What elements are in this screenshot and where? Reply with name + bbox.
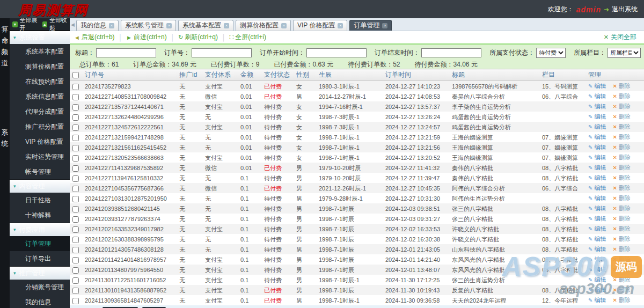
- tab[interactable]: 测算价格配置×: [236, 20, 291, 31]
- edit-link[interactable]: ✎ 编辑: [588, 154, 606, 160]
- delete-link[interactable]: ✕ 删除: [612, 113, 630, 120]
- edit-link[interactable]: ✎ 编辑: [588, 113, 606, 120]
- back-button[interactable]: ◄后退(ctrl+b): [74, 33, 115, 42]
- row-checkbox[interactable]: [72, 237, 79, 243]
- sidebar-group-header[interactable]: ▾系统设置: [10, 31, 70, 44]
- start-time-input[interactable]: [306, 48, 367, 57]
- sidebar-item[interactable]: 订单导出: [10, 251, 70, 266]
- row-checkbox[interactable]: [72, 165, 79, 172]
- edit-link[interactable]: ✎ 编辑: [588, 266, 606, 273]
- end-time-input[interactable]: [421, 48, 481, 57]
- sidebar-item[interactable]: 系统信息配置: [10, 89, 70, 104]
- delete-link[interactable]: ✕ 删除: [612, 144, 630, 150]
- delete-link[interactable]: ✕ 删除: [612, 154, 630, 160]
- sidebar-item[interactable]: 帐号管理: [10, 164, 70, 179]
- rail-group-2[interactable]: 系统: [0, 127, 10, 149]
- column-select[interactable]: 所属栏目: [608, 48, 641, 58]
- edit-link[interactable]: ✎ 编辑: [588, 134, 606, 140]
- edit-link[interactable]: ✎ 编辑: [588, 123, 606, 130]
- row-checkbox[interactable]: [72, 288, 79, 294]
- delete-link[interactable]: ✕ 删除: [612, 205, 630, 211]
- row-checkbox[interactable]: [72, 196, 79, 202]
- row-checkbox[interactable]: [72, 226, 79, 233]
- sidebar-item[interactable]: 代理分成配置: [10, 104, 70, 119]
- expand-all-link[interactable]: 全部展开: [20, 18, 40, 32]
- sidebar-item[interactable]: 测算价格配置: [10, 59, 70, 74]
- sidebar-item[interactable]: 订单管理: [10, 236, 70, 251]
- header-select-checkbox[interactable]: [72, 72, 79, 78]
- sidebar-group-header[interactable]: ▾内容管理: [10, 179, 70, 193]
- row-checkbox[interactable]: [72, 145, 79, 151]
- tab-close-icon[interactable]: ×: [382, 23, 387, 28]
- rail-group-1[interactable]: 算命频道: [0, 24, 10, 69]
- edit-link[interactable]: ✎ 编辑: [588, 297, 606, 303]
- sidebar-item[interactable]: 我的信息: [10, 295, 70, 308]
- tab[interactable]: VIP 价格配置×: [293, 20, 347, 31]
- row-checkbox[interactable]: [72, 267, 79, 274]
- tab[interactable]: 订单管理×: [349, 20, 392, 31]
- delete-link[interactable]: ✕ 删除: [612, 185, 630, 191]
- tab-close-icon[interactable]: ×: [224, 23, 229, 28]
- tab-close-icon[interactable]: ×: [166, 23, 172, 28]
- delete-link[interactable]: ✕ 删除: [612, 93, 630, 99]
- edit-link[interactable]: ✎ 编辑: [588, 185, 606, 191]
- row-checkbox[interactable]: [72, 114, 79, 121]
- row-checkbox[interactable]: [72, 298, 79, 304]
- sidebar-group-header[interactable]: ▾推广管理: [10, 266, 70, 280]
- sidebar-item[interactable]: VIP 价格配置: [10, 134, 70, 149]
- delete-link[interactable]: ✕ 删除: [612, 103, 630, 109]
- edit-link[interactable]: ✎ 编辑: [588, 103, 606, 109]
- row-checkbox[interactable]: [72, 186, 79, 192]
- sidebar-item[interactable]: 实时运势管理: [10, 149, 70, 164]
- row-checkbox[interactable]: [72, 94, 79, 100]
- row-checkbox[interactable]: [72, 104, 79, 111]
- edit-link[interactable]: ✎ 编辑: [588, 174, 606, 181]
- sidebar-item[interactable]: 推广积分配置: [10, 119, 70, 134]
- sidebar-item[interactable]: 系统基本配置: [10, 44, 70, 59]
- pay-status-select[interactable]: 待付费: [536, 48, 566, 58]
- forward-button[interactable]: ►前进(ctrl+n): [126, 33, 167, 42]
- tab[interactable]: 系统帐号管理×: [121, 20, 176, 31]
- tab[interactable]: 我的信息×: [76, 20, 119, 31]
- edit-link[interactable]: ✎ 编辑: [588, 236, 606, 242]
- row-checkbox[interactable]: [72, 124, 79, 131]
- edit-link[interactable]: ✎ 编辑: [588, 205, 606, 211]
- title-filter-input[interactable]: [96, 48, 156, 57]
- edit-link[interactable]: ✎ 编辑: [588, 83, 606, 89]
- delete-link[interactable]: ✕ 删除: [612, 215, 630, 222]
- sidebar-group-header[interactable]: ▾付费应用: [10, 223, 70, 236]
- tab[interactable]: 系统基本配置×: [178, 20, 233, 31]
- fullscreen-button[interactable]: ⛶全屏(ctrl+i): [230, 33, 266, 42]
- order-filter-input[interactable]: [192, 48, 252, 57]
- delete-link[interactable]: ✕ 删除: [612, 83, 630, 89]
- edit-link[interactable]: ✎ 编辑: [588, 225, 606, 232]
- sidebar-item[interactable]: 十神解释: [10, 208, 70, 223]
- row-checkbox[interactable]: [72, 206, 79, 212]
- delete-link[interactable]: ✕ 删除: [612, 266, 630, 273]
- tab-close-icon[interactable]: ×: [109, 23, 114, 28]
- row-checkbox[interactable]: [72, 277, 79, 284]
- row-checkbox[interactable]: [72, 84, 79, 90]
- sidebar-item[interactable]: 分销账号管理: [10, 280, 70, 295]
- tab-scroll-left-icon[interactable]: ◀: [71, 22, 75, 27]
- edit-link[interactable]: ✎ 编辑: [588, 246, 606, 252]
- edit-link[interactable]: ✎ 编辑: [588, 195, 606, 201]
- edit-link[interactable]: ✎ 编辑: [588, 256, 606, 262]
- delete-link[interactable]: ✕ 删除: [612, 164, 630, 171]
- edit-link[interactable]: ✎ 编辑: [588, 93, 606, 99]
- sidebar-item[interactable]: 在线预约配置: [10, 74, 70, 89]
- delete-link[interactable]: ✕ 删除: [612, 276, 630, 283]
- collapse-all-link[interactable]: 全部收起: [49, 18, 70, 32]
- row-checkbox[interactable]: [72, 216, 79, 223]
- delete-link[interactable]: ✕ 删除: [612, 246, 630, 252]
- row-checkbox[interactable]: [72, 155, 79, 162]
- delete-link[interactable]: ✕ 删除: [612, 256, 630, 262]
- delete-link[interactable]: ✕ 删除: [612, 225, 630, 232]
- delete-link[interactable]: ✕ 删除: [612, 287, 630, 293]
- row-checkbox[interactable]: [72, 175, 79, 182]
- delete-link[interactable]: ✕ 删除: [612, 195, 630, 201]
- edit-link[interactable]: ✎ 编辑: [588, 215, 606, 222]
- delete-link[interactable]: ✕ 删除: [612, 134, 630, 140]
- row-checkbox[interactable]: [72, 247, 79, 253]
- delete-link[interactable]: ✕ 删除: [612, 123, 630, 130]
